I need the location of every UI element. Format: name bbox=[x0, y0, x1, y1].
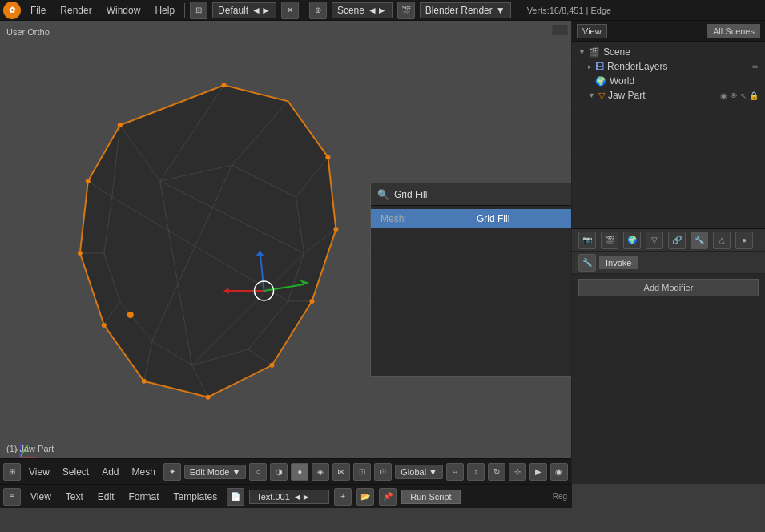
svg-point-73 bbox=[333, 227, 338, 232]
menu-window[interactable]: Window bbox=[102, 3, 146, 18]
modifier-icon: 🔧 bbox=[578, 254, 596, 272]
right-panel: View All Scenes ▼ 🎬 Scene ▸ 🎞 RenderLaye… bbox=[572, 21, 765, 484]
scene-tree: ▼ 🎬 Scene ▸ 🎞 RenderLayers ✏ ▸ bbox=[572, 42, 765, 228]
editor-type-btn[interactable]: ⊞ bbox=[3, 463, 21, 481]
viewport-view-label: User Ortho bbox=[6, 27, 50, 37]
viewport-menu-view[interactable]: View bbox=[24, 465, 54, 479]
prop-tab-render[interactable]: 📷 bbox=[578, 232, 596, 249]
scene-selector[interactable]: Scene ◄► bbox=[332, 2, 393, 18]
manip-icon2[interactable]: ↕ bbox=[467, 463, 485, 481]
text-pin-icon[interactable]: 📌 bbox=[379, 488, 397, 506]
top-menubar: ✿ File Render Window Help ⊞ Default ◄► ✕… bbox=[0, 0, 765, 21]
bottom-menu-templates[interactable]: Templates bbox=[169, 490, 223, 504]
render-engine-label: Blender Render bbox=[425, 5, 493, 16]
jawpart-eye-icon[interactable]: 👁 bbox=[730, 91, 738, 100]
expand-arrow-scene: ▼ bbox=[578, 48, 586, 56]
modifier-content: Add Modifier bbox=[572, 274, 765, 301]
scene-icon[interactable]: ⊕ bbox=[309, 2, 327, 19]
renderlayers-name: RenderLayers bbox=[607, 61, 752, 72]
viewport-shading-3[interactable]: ● bbox=[291, 463, 308, 481]
popup-title-text: Grid Fill bbox=[394, 189, 572, 200]
popup-header: 🔍 Grid Fill bbox=[371, 183, 572, 206]
render-icon[interactable]: ◉ bbox=[550, 463, 568, 481]
pivot-label: Global bbox=[401, 467, 426, 477]
engine-icon[interactable]: 🎬 bbox=[397, 2, 415, 19]
prop-tab-world[interactable]: 🌍 bbox=[623, 232, 641, 249]
viewport-shading-1[interactable]: ○ bbox=[249, 463, 267, 481]
prop-tab-constraints[interactable]: 🔗 bbox=[668, 232, 686, 249]
tree-item-jawpart[interactable]: ▼ ▽ Jaw Part ◉ 👁 ↖ 🔒 bbox=[582, 88, 765, 103]
text-file-selector[interactable]: Text.001 ◄► bbox=[249, 490, 329, 504]
manip-icon1[interactable]: ↔ bbox=[446, 463, 464, 481]
viewport-shading-2[interactable]: ◑ bbox=[270, 463, 288, 481]
jawpart-cursor-icon: ↖ bbox=[740, 91, 747, 100]
render-engine[interactable]: Blender Render ▼ bbox=[420, 2, 511, 18]
text-new-icon[interactable]: + bbox=[334, 488, 352, 506]
manip-icon4[interactable]: ⊹ bbox=[509, 463, 526, 481]
invoke-btn[interactable]: Invoke bbox=[599, 256, 638, 269]
proportional-icon[interactable]: ⊙ bbox=[374, 463, 392, 481]
text-filename: Text.001 bbox=[256, 492, 290, 502]
bottom-menu-text[interactable]: Text bbox=[61, 490, 88, 504]
bottom-menu-view[interactable]: View bbox=[26, 490, 56, 504]
svg-point-80 bbox=[86, 179, 91, 183]
object-info-label: (1) Jaw Part bbox=[6, 444, 54, 453]
popup-item-name: Grid Fill bbox=[477, 213, 572, 224]
snap-icon[interactable]: ⋈ bbox=[332, 463, 350, 481]
workspace-close[interactable]: ✕ bbox=[281, 2, 299, 19]
workspace-selector[interactable]: Default ◄► bbox=[212, 2, 276, 18]
text-editor-type-icon[interactable]: ≡ bbox=[3, 488, 21, 506]
workspace-label: Default bbox=[218, 5, 248, 16]
view-btn[interactable]: View bbox=[577, 24, 607, 38]
mode-arrow: ▼ bbox=[232, 467, 240, 477]
game-icon[interactable]: ▶ bbox=[529, 463, 547, 481]
svg-point-78 bbox=[102, 323, 107, 328]
menu-help[interactable]: Help bbox=[150, 3, 179, 18]
grid-fill-popup: 🔍 Grid Fill Mesh: Grid Fill bbox=[370, 183, 572, 377]
all-scenes-btn[interactable]: All Scenes bbox=[707, 24, 760, 38]
renderlayers-edit-icon: ✏ bbox=[752, 62, 759, 71]
bottom-toolbar: ≡ View Text Edit Format Templates 📄 Text… bbox=[0, 484, 572, 508]
bottom-menu-format[interactable]: Format bbox=[124, 490, 164, 504]
pivot-selector[interactable]: Global ▼ bbox=[395, 465, 443, 479]
render-engine-arrow: ▼ bbox=[496, 5, 505, 16]
svg-point-77 bbox=[142, 379, 147, 384]
prop-tab-scene[interactable]: 🎬 bbox=[601, 232, 618, 249]
mode-icon[interactable]: ✦ bbox=[163, 463, 181, 481]
menu-file[interactable]: File bbox=[26, 3, 50, 18]
viewport-shading-4[interactable]: ◈ bbox=[312, 463, 329, 481]
prop-tab-object[interactable]: ▽ bbox=[646, 232, 663, 249]
pivot-arrow: ▼ bbox=[429, 467, 437, 477]
prop-tab-material[interactable]: ● bbox=[735, 232, 753, 249]
tree-item-world[interactable]: ▸ 🌍 World bbox=[582, 74, 765, 88]
text-field-arrow: ◄► bbox=[293, 492, 311, 502]
tree-item-renderlayers[interactable]: ▸ 🎞 RenderLayers ✏ bbox=[582, 59, 765, 74]
expand-arrow-jawpart: ▼ bbox=[588, 91, 595, 99]
add-modifier-button[interactable]: Add Modifier bbox=[578, 279, 759, 296]
jawpart-icon-extra: ◉ bbox=[720, 91, 727, 100]
editor-type-icon[interactable]: ⊞ bbox=[190, 2, 207, 19]
popup-item-grid-fill[interactable]: Mesh: Grid Fill bbox=[371, 209, 572, 228]
bottom-menu-edit[interactable]: Edit bbox=[93, 490, 119, 504]
prop-tab-modifiers[interactable]: 🔧 bbox=[691, 232, 708, 249]
modifier-header: 🔧 Invoke bbox=[572, 252, 765, 274]
prop-tab-data[interactable]: △ bbox=[713, 232, 731, 249]
svg-point-81 bbox=[127, 312, 134, 318]
svg-point-79 bbox=[78, 251, 83, 256]
popup-empty-area bbox=[371, 228, 572, 373]
text-file-icon[interactable]: 📄 bbox=[227, 488, 244, 506]
world-icon: 🌍 bbox=[595, 76, 606, 87]
snap2-icon[interactable]: ⊡ bbox=[353, 463, 371, 481]
tree-item-scene[interactable]: ▼ 🎬 Scene bbox=[572, 45, 765, 59]
mode-selector[interactable]: Edit Mode ▼ bbox=[184, 465, 246, 479]
svg-point-75 bbox=[270, 363, 275, 368]
popup-search-icon: 🔍 bbox=[377, 189, 389, 200]
manip-icon3[interactable]: ↻ bbox=[488, 463, 505, 481]
viewport-menu-add[interactable]: Add bbox=[97, 465, 123, 479]
run-script-button[interactable]: Run Script bbox=[401, 490, 460, 504]
viewport-3d[interactable]: z User Ortho (1) Jaw Part ⊞ View Select … bbox=[0, 21, 572, 484]
viewport-menu-mesh[interactable]: Mesh bbox=[127, 465, 160, 479]
menu-render[interactable]: Render bbox=[55, 3, 96, 18]
viewport-menu-select[interactable]: Select bbox=[58, 465, 94, 479]
text-open-icon[interactable]: 📂 bbox=[356, 488, 374, 506]
